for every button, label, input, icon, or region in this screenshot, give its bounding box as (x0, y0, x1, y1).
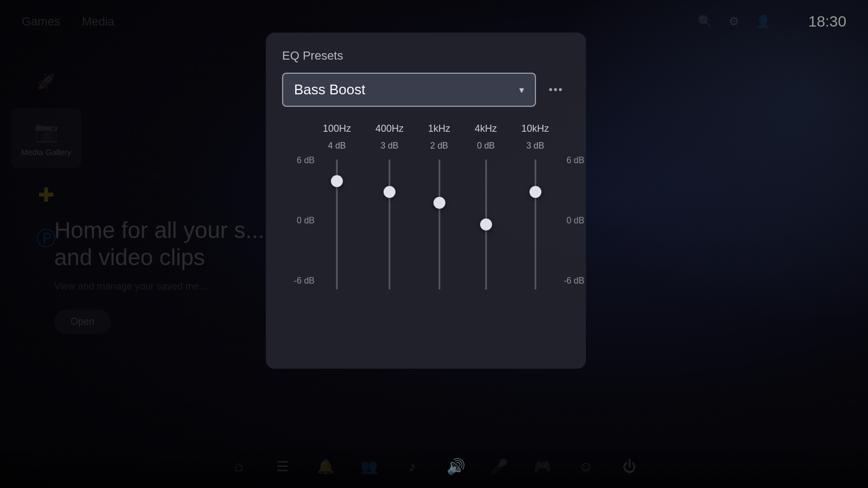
eq-slider-wrapper-10kHz[interactable] (530, 159, 541, 290)
eq-label-6db-right: 6 dB (557, 156, 584, 165)
eq-slider-track-400Hz (389, 159, 391, 290)
eq-preset-row: Bass Boost ▾ ••• (282, 73, 570, 107)
eq-slider-wrapper-400Hz[interactable] (384, 159, 395, 290)
eq-slider-handle-400Hz[interactable] (384, 186, 395, 198)
eq-slider-wrapper-1kHz[interactable] (434, 159, 445, 290)
eq-label-0db-left: 0 dB (288, 216, 315, 226)
eq-band-value-10kHz: 3 dB (526, 141, 544, 151)
eq-band-value-4kHz: 0 dB (477, 141, 495, 151)
eq-slider-handle-10kHz[interactable] (529, 186, 541, 198)
eq-slider-handle-4kHz[interactable] (480, 219, 492, 230)
eq-slider-wrapper-4kHz[interactable] (481, 159, 492, 290)
eq-slider-handle-1kHz[interactable] (433, 197, 445, 209)
eq-slider-handle-100Hz[interactable] (331, 175, 343, 187)
eq-slider-wrapper-100Hz[interactable] (331, 159, 342, 290)
eq-band-value-100Hz: 4 dB (328, 141, 346, 151)
eq-band-label-1kHz: 1kHz (428, 123, 450, 134)
eq-band-label-10kHz: 10kHz (521, 123, 549, 134)
eq-band-4kHz: 4kHz0 dB (475, 123, 497, 290)
eq-labels-left: 6 dB 0 dB -6 dB (288, 123, 315, 286)
eq-band-label-400Hz: 400Hz (375, 123, 404, 134)
eq-band-10kHz: 10kHz3 dB (521, 123, 549, 290)
eq-labels-right: 6 dB 0 dB -6 dB (557, 123, 584, 286)
eq-sliders-container: 6 dB 0 dB -6 dB 100Hz4 dB400Hz3 dB1kHz2 … (282, 123, 570, 290)
eq-preset-dropdown[interactable]: Bass Boost ▾ (282, 73, 536, 107)
eq-band-400Hz: 400Hz3 dB (375, 123, 404, 290)
eq-band-value-1kHz: 2 dB (430, 141, 448, 151)
eq-slider-track-1kHz (438, 159, 440, 290)
eq-slider-track-10kHz (534, 159, 536, 290)
eq-more-button[interactable]: ••• (542, 76, 570, 104)
eq-band-label-4kHz: 4kHz (475, 123, 497, 134)
eq-band-100Hz: 100Hz4 dB (323, 123, 351, 290)
eq-band-label-100Hz: 100Hz (323, 123, 351, 134)
eq-preset-name: Bass Boost (294, 81, 366, 98)
eq-modal-title: EQ Presets (282, 49, 570, 63)
eq-preset-chevron-icon: ▾ (519, 84, 524, 96)
eq-label-neg6db-right: -6 dB (557, 276, 584, 286)
eq-band-1kHz: 1kHz2 dB (428, 123, 450, 290)
eq-band-value-400Hz: 3 dB (381, 141, 399, 151)
eq-label-0db-right: 0 dB (557, 216, 584, 226)
eq-bands: 100Hz4 dB400Hz3 dB1kHz2 dB4kHz0 dB10kHz3… (323, 123, 549, 290)
eq-label-6db-left: 6 dB (288, 156, 315, 165)
eq-label-neg6db-left: -6 dB (288, 276, 315, 286)
eq-modal: EQ Presets Bass Boost ▾ ••• 6 dB 0 dB -6… (266, 33, 586, 369)
